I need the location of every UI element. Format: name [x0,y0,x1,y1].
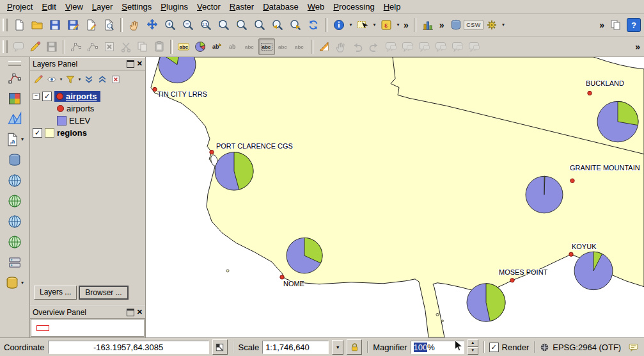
save-project-as-button[interactable] [64,16,82,34]
text-annotation-button[interactable] [449,38,466,55]
filter-dropdown-icon[interactable]: ▾ [77,76,82,83]
select-by-expression-button[interactable]: ε [377,16,395,34]
save-layer-edits-button[interactable] [43,38,60,55]
menu-vector[interactable]: Vector [192,1,225,13]
expand-all-button[interactable] [82,73,95,86]
new-print-layout-button[interactable] [82,16,100,34]
browser-tab-button[interactable]: Browser ... [79,286,128,300]
scale-dropdown-button[interactable]: ▼ [332,340,343,355]
select-dropdown-icon[interactable]: ▾ [372,22,377,28]
add-feature-button[interactable] [68,38,84,55]
svg-annotation-button[interactable] [432,38,449,55]
menu-settings[interactable]: Settings [117,1,156,13]
map-refresh-button[interactable] [304,16,322,34]
layer-diagram-button[interactable] [192,38,208,55]
undo-button[interactable] [349,38,366,55]
move-label-button[interactable]: abc [242,38,258,55]
dropdown-icon[interactable]: ▾ [20,280,26,286]
statistical-summary-button[interactable] [419,16,437,34]
pan-to-selection-button[interactable] [143,16,161,34]
menu-layer[interactable]: Layer [88,1,118,13]
coordinate-extent-toggle-button[interactable] [212,339,228,355]
scale-lock-button[interactable] [347,339,362,355]
identify-dropdown-icon[interactable]: ▾ [348,22,354,28]
menu-view[interactable]: View [61,1,88,13]
legend-row-airports-symbol[interactable]: airports [33,102,145,115]
legend-row-elev[interactable]: ELEV [33,115,145,127]
layers-panel-titlebar[interactable]: Layers Panel ✕ [30,57,145,70]
show-layout-manager-button[interactable] [100,16,118,34]
menu-project[interactable]: Project [3,1,37,13]
database-manager-button[interactable] [447,16,465,34]
overview-panel-titlebar[interactable]: Overview Panel ✕ [30,305,145,319]
regions-visibility-checkbox[interactable]: ✓ [33,128,42,138]
toolbar-overflow-icon[interactable]: » [401,20,411,30]
expression-dropdown-icon[interactable]: ▾ [395,22,401,28]
selected-layer-highlight[interactable]: airports [54,91,100,102]
add-spatialite-layer-button[interactable] [4,170,26,191]
layers-tab-button[interactable]: Layers ... [34,286,77,300]
processing-dropdown-icon[interactable]: ▾ [501,22,507,28]
airports-visibility-checkbox[interactable]: ✓ [42,92,52,101]
rotate-label-button[interactable]: abc [275,38,292,55]
move-annotation-button[interactable] [466,38,482,55]
form-annotation-button[interactable] [399,38,416,55]
menu-processing[interactable]: Processing [329,1,379,13]
zoom-out-button[interactable]: − [179,16,197,34]
scale-combobox[interactable]: 1:1,746,640 [262,341,329,354]
layer-labeling-button[interactable]: abc [175,38,192,55]
measure-button[interactable] [316,38,333,55]
processing-toolbox-button[interactable] [483,16,501,34]
toggle-editing-button[interactable] [27,38,43,55]
layer-row-regions[interactable]: ✓ regions [33,127,145,139]
crs-status-button[interactable]: EPSG:2964 (OTF) [540,343,621,352]
current-edits-button[interactable] [10,38,27,55]
toolbar-overflow-icon[interactable]: » [597,20,607,30]
cut-features-button[interactable] [118,38,134,55]
toolbar-overflow-icon[interactable]: » [632,42,643,52]
panel-close-icon[interactable]: ✕ [137,309,143,316]
add-vector-layer-button[interactable] [4,68,26,88]
zoom-in-button[interactable]: + [161,16,179,34]
toolbar-overflow-icon[interactable]: » [437,20,447,30]
identify-features-button[interactable] [330,16,348,34]
metasearch-button[interactable]: CSW [465,16,483,34]
panel-float-icon[interactable] [127,309,134,316]
open-project-button[interactable] [28,16,46,34]
select-features-button[interactable] [354,16,372,34]
add-wms-layer-button[interactable] [4,191,26,211]
open-layer-sty6ling-button[interactable] [32,73,45,86]
annotation-tool-button[interactable] [382,38,399,55]
zoom-to-selection-button[interactable] [233,16,251,34]
add-wcs-layer-button[interactable] [4,211,26,232]
delete-selected-button[interactable] [101,38,118,55]
filter-legend-button[interactable] [64,73,77,86]
coordinate-input[interactable]: -163.1957,64.3085 [48,341,209,354]
help-button[interactable]: ? [625,16,643,34]
menu-help[interactable]: Help [379,1,405,13]
redo-button[interactable] [366,38,382,55]
pan-map-button[interactable] [125,16,143,34]
add-mesh-layer-button[interactable] [4,109,26,129]
manage-map-themes-button[interactable] [45,73,58,86]
add-raster-layer-button[interactable] [4,88,26,109]
layer-row-airports[interactable]: − ✓ airports [33,90,145,102]
add-arcgis-layer-button[interactable] [4,252,26,273]
add-wfs-layer-button[interactable] [4,232,26,252]
menu-database[interactable]: Database [258,1,303,13]
pin-labels-button[interactable]: ab [208,38,225,55]
menu-web[interactable]: Web [303,1,329,13]
show-hide-labels-button[interactable]: abc [258,38,275,55]
toolbar-drag-handle[interactable] [8,61,21,66]
panel-close-icon[interactable]: ✕ [137,60,143,67]
paste-features-button[interactable] [151,38,168,55]
dropdown-icon[interactable]: ▾ [20,136,26,143]
copy-features-button[interactable] [134,38,151,55]
toolbar-drag-handle[interactable] [3,40,8,53]
zoom-full-button[interactable] [215,16,233,34]
remove-layer-button[interactable] [109,73,122,86]
new-project-button[interactable] [10,16,28,34]
collapse-all-button[interactable] [96,73,109,86]
zoom-next-button[interactable] [287,16,304,34]
themes-dropdown-icon[interactable]: ▾ [59,76,63,83]
